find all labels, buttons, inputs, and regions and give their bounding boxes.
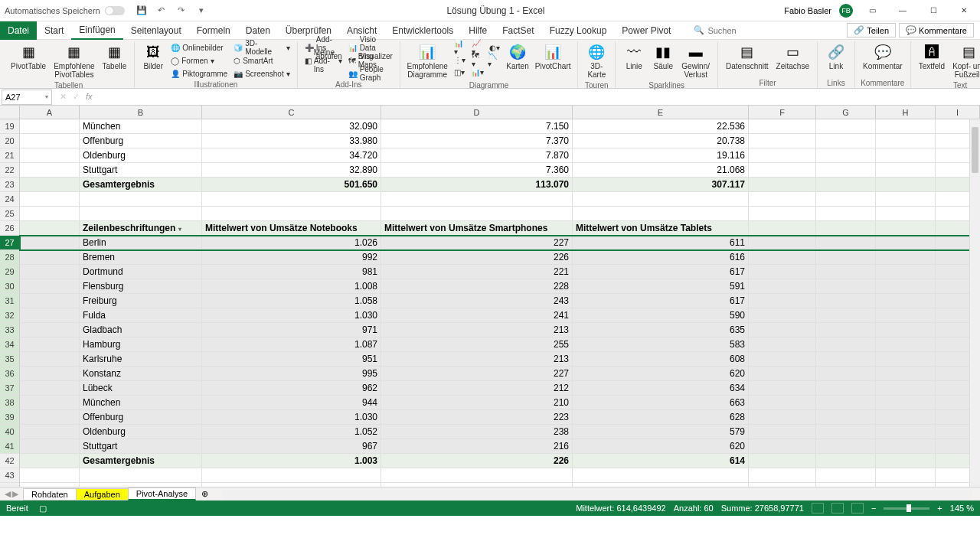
cell[interactable]: Oldenburg bbox=[80, 425, 202, 439]
cell[interactable] bbox=[876, 236, 936, 249]
cell[interactable]: 19.116 bbox=[573, 148, 749, 162]
row-header-27[interactable]: 27 bbox=[0, 236, 20, 250]
cell[interactable] bbox=[20, 178, 80, 191]
row-header-23[interactable]: 23 bbox=[0, 178, 20, 192]
cell[interactable]: Gesamtergebnis bbox=[80, 454, 202, 468]
cell[interactable]: 226 bbox=[381, 454, 573, 468]
formen-button[interactable]: ◯ Formen ▾ bbox=[168, 54, 230, 67]
cell[interactable] bbox=[876, 483, 936, 487]
cell[interactable] bbox=[876, 439, 936, 453]
cell[interactable] bbox=[749, 337, 816, 351]
column-header-B[interactable]: B bbox=[80, 106, 202, 119]
cell[interactable]: 226 bbox=[381, 250, 573, 264]
add-sheet-icon[interactable]: ⊕ bbox=[195, 489, 214, 499]
cell[interactable] bbox=[749, 148, 816, 162]
cell[interactable]: 228 bbox=[381, 279, 573, 293]
confirm-formula-icon[interactable]: ✓ bbox=[73, 92, 80, 102]
cell[interactable] bbox=[816, 294, 876, 308]
cell[interactable] bbox=[20, 279, 80, 293]
cell[interactable]: 620 bbox=[573, 439, 749, 453]
recommended-charts-button[interactable]: 📊Empfohlene Diagramme bbox=[405, 41, 450, 80]
cell[interactable] bbox=[816, 192, 876, 206]
chart-map-icon[interactable]: 🗺▾ bbox=[469, 54, 485, 66]
tab-seitenlayout[interactable]: Seitenlayout bbox=[123, 21, 189, 40]
cell[interactable] bbox=[749, 119, 816, 133]
cell[interactable]: 20.738 bbox=[573, 134, 749, 148]
chart-combo-icon[interactable]: 📊▾ bbox=[469, 66, 486, 78]
cell[interactable]: 32.090 bbox=[202, 119, 381, 133]
horizontal-scrollbar[interactable] bbox=[222, 490, 972, 499]
cell[interactable]: 113.070 bbox=[381, 178, 573, 191]
cell[interactable]: Gesamtergebnis bbox=[80, 178, 202, 191]
maximize-icon[interactable]: ☐ bbox=[922, 3, 945, 18]
cell[interactable] bbox=[816, 454, 876, 468]
cell[interactable] bbox=[749, 381, 816, 395]
link-button[interactable]: 🔗Link bbox=[822, 41, 850, 72]
cell[interactable]: Offenburg bbox=[80, 410, 202, 424]
timeline-button[interactable]: ▭Zeitachse bbox=[773, 41, 812, 72]
cell[interactable] bbox=[749, 367, 816, 380]
cell[interactable] bbox=[573, 468, 749, 482]
cell[interactable]: 21.068 bbox=[573, 163, 749, 177]
minimize-icon[interactable]: — bbox=[891, 3, 914, 18]
row-header-38[interactable]: 38 bbox=[0, 396, 20, 410]
cell[interactable]: München bbox=[80, 119, 202, 133]
cell[interactable] bbox=[749, 279, 816, 293]
cell[interactable]: 992 bbox=[202, 250, 381, 264]
cell[interactable]: Offenburg bbox=[80, 134, 202, 148]
sparkline-line-button[interactable]: 〰Linie bbox=[620, 41, 648, 72]
cell[interactable]: Mittelwert von Umsätze Tablets bbox=[573, 221, 749, 235]
cell[interactable] bbox=[20, 148, 80, 162]
row-header-36[interactable]: 36 bbox=[0, 367, 20, 381]
cell[interactable]: 210 bbox=[381, 396, 573, 409]
cell[interactable] bbox=[749, 352, 816, 366]
cell[interactable]: 590 bbox=[573, 308, 749, 322]
cell[interactable] bbox=[749, 483, 816, 487]
cell[interactable] bbox=[573, 483, 749, 487]
cell[interactable]: Dortmund bbox=[80, 265, 202, 279]
tab-einfuegen[interactable]: Einfügen bbox=[71, 21, 122, 40]
cell[interactable]: 213 bbox=[381, 352, 573, 366]
row-header-39[interactable]: 39 bbox=[0, 410, 20, 425]
bilder-button[interactable]: 🖼Bilder bbox=[139, 41, 167, 72]
cell[interactable] bbox=[876, 294, 936, 308]
cell[interactable]: 7.370 bbox=[381, 134, 573, 148]
row-header-25[interactable]: 25 bbox=[0, 207, 20, 221]
cell[interactable] bbox=[202, 468, 381, 482]
cell[interactable] bbox=[749, 192, 816, 206]
cell[interactable]: Fulda bbox=[80, 308, 202, 322]
cell[interactable]: Stuttgart bbox=[80, 439, 202, 453]
recommended-pivot-button[interactable]: ▦Empfohlene PivotTables bbox=[51, 41, 97, 80]
close-icon[interactable]: ✕ bbox=[952, 3, 975, 18]
cell[interactable]: 22.536 bbox=[573, 119, 749, 133]
cell[interactable]: 1.030 bbox=[202, 410, 381, 424]
zoom-level[interactable]: 145 % bbox=[950, 504, 974, 513]
user-avatar[interactable]: FB bbox=[839, 4, 853, 18]
cell[interactable]: Konstanz bbox=[80, 367, 202, 380]
pivottable-button[interactable]: ▦PivotTable bbox=[8, 41, 49, 72]
cell[interactable]: 33.980 bbox=[202, 134, 381, 148]
column-header-F[interactable]: F bbox=[749, 106, 816, 119]
cell[interactable]: 611 bbox=[573, 236, 749, 249]
share-button[interactable]: 🔗 Teilen bbox=[847, 23, 896, 37]
cell[interactable]: Oldenburg bbox=[80, 148, 202, 162]
kommentar-button[interactable]: 💬Kommentar bbox=[860, 41, 906, 72]
cell[interactable] bbox=[749, 396, 816, 409]
row-header-34[interactable]: 34 bbox=[0, 337, 20, 352]
cell[interactable] bbox=[202, 483, 381, 487]
cell[interactable]: 1.003 bbox=[202, 454, 381, 468]
cell[interactable] bbox=[876, 279, 936, 293]
cell[interactable] bbox=[876, 134, 936, 148]
cell[interactable]: Mittelwert von Umsätze Smartphones bbox=[381, 221, 573, 235]
cell[interactable]: 32.890 bbox=[202, 163, 381, 177]
cell[interactable] bbox=[80, 483, 202, 487]
cell[interactable] bbox=[816, 178, 876, 191]
tab-fuzzy[interactable]: Fuzzy Lookup bbox=[542, 21, 615, 40]
cell[interactable] bbox=[20, 294, 80, 308]
cell[interactable] bbox=[876, 454, 936, 468]
cell[interactable] bbox=[20, 425, 80, 439]
cell[interactable] bbox=[20, 352, 80, 366]
row-header-29[interactable]: 29 bbox=[0, 265, 20, 279]
cell[interactable] bbox=[749, 207, 816, 220]
chart-scatter-icon[interactable]: ⋮▾ bbox=[452, 54, 468, 66]
